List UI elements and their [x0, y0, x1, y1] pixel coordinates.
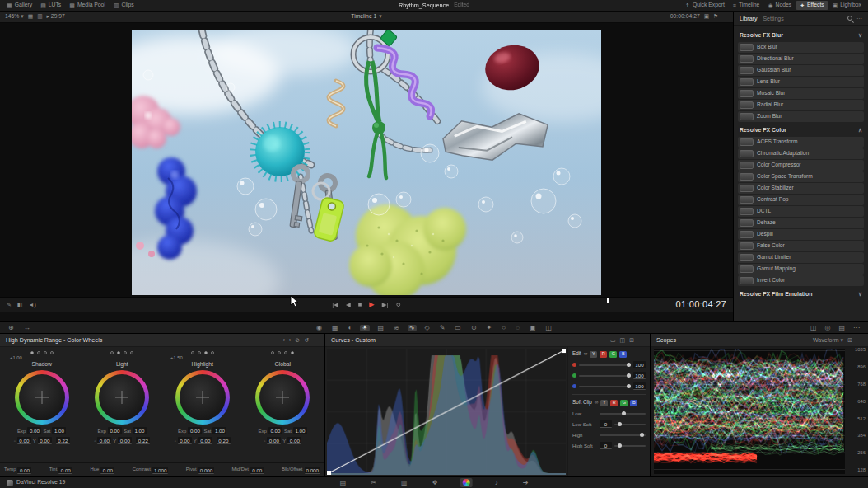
hdr-icon[interactable]: ☀: [360, 325, 369, 331]
tab-settings[interactable]: Settings: [763, 16, 783, 21]
toolbar-more-icon[interactable]: ⋯: [852, 325, 861, 331]
sat-value[interactable]: 1.00: [212, 427, 226, 434]
param-value[interactable]: 0.00: [58, 467, 72, 474]
wipe-compare-icon[interactable]: ◧: [17, 302, 23, 307]
effect-item[interactable]: Color Compressor: [738, 160, 864, 171]
effect-item[interactable]: Color Space Transform: [738, 171, 864, 182]
red-gain-value[interactable]: 100: [633, 361, 646, 368]
fairlight-page-button[interactable]: ♪: [492, 479, 501, 487]
zone-dots[interactable]: [30, 349, 54, 356]
viewer-more-icon[interactable]: ⋯: [722, 14, 728, 20]
exp-value[interactable]: 0.00: [268, 427, 282, 434]
param-value[interactable]: 0.000: [305, 467, 320, 474]
stop-button[interactable]: ■: [358, 302, 362, 308]
clip-channel-b-button[interactable]: B: [630, 400, 637, 406]
key-icon[interactable]: ◌: [514, 325, 521, 331]
grid-view-icon[interactable]: ▦: [28, 14, 33, 20]
channel-y-button[interactable]: Y: [590, 351, 597, 358]
nodes-panel-button[interactable]: ◉Nodes: [763, 1, 796, 10]
slider-thumb[interactable]: [627, 373, 631, 378]
slider-thumb[interactable]: [640, 433, 644, 437]
media-pool-button[interactable]: ▩Media Pool: [65, 1, 110, 10]
wheel-crosshair[interactable]: [99, 374, 145, 420]
prev-zones-icon[interactable]: ‹: [283, 337, 285, 343]
motion-effects-icon[interactable]: ≋: [392, 325, 401, 331]
exp-value[interactable]: 0.00: [27, 427, 41, 434]
sat-value[interactable]: 1.00: [52, 427, 66, 434]
wheel-crosshair[interactable]: [19, 374, 65, 420]
wheel-crosshair[interactable]: [259, 374, 306, 420]
effects-panel-button[interactable]: ✦Effects: [796, 1, 828, 10]
green-gain-value[interactable]: 100: [633, 372, 646, 379]
curves-canvas[interactable]: [327, 349, 566, 475]
next-zones-icon[interactable]: ›: [289, 337, 291, 343]
rgb-mixer-icon[interactable]: ▤: [376, 325, 386, 331]
link-icon[interactable]: ∞: [584, 351, 588, 356]
zone-dots[interactable]: [110, 349, 133, 356]
luts-button[interactable]: ▤LUTs: [36, 1, 65, 10]
flag-icon[interactable]: ⚑: [713, 14, 718, 20]
timeline-selector[interactable]: Timeline 1▾: [351, 14, 382, 20]
effect-item[interactable]: Mosaic Blur: [738, 88, 864, 99]
high-slider[interactable]: [600, 434, 646, 436]
color-picker-icon[interactable]: ✎: [7, 302, 12, 307]
link-icon[interactable]: ∞: [595, 400, 599, 405]
exp-value[interactable]: 0.00: [108, 427, 122, 434]
slider-thumb[interactable]: [618, 422, 622, 426]
exp-value[interactable]: 0.00: [188, 427, 202, 434]
effect-item[interactable]: Box Blur: [738, 42, 864, 53]
channel-g-button[interactable]: G: [609, 351, 617, 358]
y-value[interactable]: 0.00: [198, 437, 212, 444]
sat-value[interactable]: 1.00: [293, 427, 307, 434]
step-back-button[interactable]: ◀: [346, 302, 351, 308]
curves-icon[interactable]: ∿: [408, 325, 417, 331]
slider-thumb[interactable]: [618, 443, 622, 448]
effect-item[interactable]: Contrast Pop: [738, 195, 864, 205]
quick-export-button[interactable]: ↥Quick Export: [681, 1, 729, 10]
audio-icon[interactable]: ◄): [29, 302, 36, 307]
x-value[interactable]: 0.00: [17, 437, 31, 444]
effect-item[interactable]: Gamut Limiter: [738, 252, 864, 263]
media-page-button[interactable]: ▤: [338, 479, 349, 487]
x-value[interactable]: 0.00: [97, 437, 111, 444]
param-value[interactable]: 0.00: [17, 467, 31, 474]
effect-item[interactable]: DCTL: [738, 206, 864, 217]
zoom-select[interactable]: 145% ▾: [5, 14, 24, 20]
high-soft-value[interactable]: 0: [600, 442, 612, 449]
effect-item[interactable]: Despill: [738, 229, 864, 240]
color-match-icon[interactable]: ▦: [330, 325, 340, 331]
blue-gain-value[interactable]: 100: [633, 382, 646, 390]
split-screen-icon[interactable]: ◫: [809, 325, 819, 331]
y-value[interactable]: 0.00: [118, 437, 132, 444]
wheels-more-icon[interactable]: ⋯: [313, 337, 319, 343]
light-color-wheel[interactable]: [95, 370, 149, 425]
sat-value[interactable]: 1.00: [133, 427, 147, 434]
effects-list[interactable]: Resolve FX Blur∨ Box Blur Directional Bl…: [734, 26, 868, 321]
channel-r-button[interactable]: R: [600, 351, 607, 358]
param-value[interactable]: 0.00: [250, 467, 264, 474]
video-frame[interactable]: [132, 30, 601, 295]
effects-section-header[interactable]: Resolve FX Film Emulation∨: [738, 289, 864, 300]
color-wheels-icon[interactable]: ◐: [347, 325, 354, 331]
skip-forward-button[interactable]: ▶|: [382, 302, 389, 308]
camera-icon[interactable]: ▣: [704, 14, 709, 20]
play-button[interactable]: ▶: [369, 301, 375, 308]
search-icon[interactable]: [847, 16, 852, 21]
clip-channel-y-button[interactable]: Y: [600, 400, 608, 406]
effect-item[interactable]: Dehaze: [738, 218, 864, 228]
highlight-icon[interactable]: ◎: [823, 325, 832, 331]
playhead-marker[interactable]: [607, 298, 609, 303]
camera-raw-icon[interactable]: ◉: [315, 325, 324, 331]
window-a-icon[interactable]: ▭: [610, 337, 616, 343]
single-view-icon[interactable]: ▥: [37, 14, 42, 20]
qualifier-icon[interactable]: ✎: [438, 325, 447, 331]
channel-b-button[interactable]: B: [619, 351, 627, 358]
timeline-panel-button[interactable]: ≡Timeline: [729, 1, 764, 10]
global-color-wheel[interactable]: [255, 370, 310, 425]
effect-item[interactable]: Gamut Mapping: [738, 264, 864, 274]
color-warper-icon[interactable]: ◇: [422, 325, 431, 331]
wheel-crosshair[interactable]: [180, 374, 226, 420]
effects-more-icon[interactable]: ⋯: [856, 16, 862, 21]
cut-page-button[interactable]: ✂: [368, 479, 379, 487]
zone-dots[interactable]: [191, 349, 214, 356]
